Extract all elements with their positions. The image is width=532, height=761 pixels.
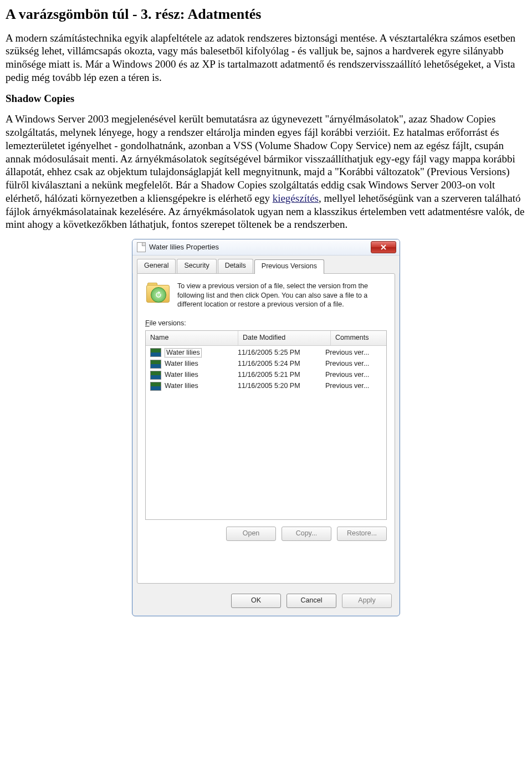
row-comment: Previous ver...: [321, 371, 386, 380]
list-row[interactable]: Water lilies 11/16/2005 5:24 PM Previous…: [146, 359, 386, 370]
restore-folder-icon: [145, 282, 171, 304]
tab-strip: General Security Details Previous Versio…: [132, 256, 400, 273]
apply-button[interactable]: Apply: [342, 594, 392, 608]
row-name: Water lilies: [165, 360, 198, 369]
list-rows: Water lilies 11/16/2005 5:25 PM Previous…: [146, 346, 386, 392]
link-kiegeszites[interactable]: kiegészítés: [273, 192, 319, 204]
action-buttons-row: Open Copy... Restore...: [145, 527, 387, 541]
close-icon: [381, 244, 386, 250]
close-button[interactable]: [371, 241, 396, 253]
row-comment: Previous ver...: [321, 360, 386, 369]
file-versions-list[interactable]: Name Date Modified Comments Water lilies…: [145, 330, 387, 520]
list-row[interactable]: Water lilies 11/16/2005 5:25 PM Previous…: [146, 347, 386, 359]
list-row[interactable]: Water lilies 11/16/2005 5:20 PM Previous…: [146, 381, 386, 392]
row-date: 11/16/2005 5:25 PM: [233, 349, 321, 357]
row-comment: Previous ver...: [321, 382, 386, 391]
dialog-titlebar: Water lilies Properties: [132, 239, 400, 256]
file-thumb-icon: [150, 360, 161, 369]
document-icon: [137, 242, 146, 252]
info-text: To view a previous version of a file, se…: [177, 282, 387, 310]
column-comments[interactable]: Comments: [331, 331, 386, 345]
file-thumb-icon: [150, 382, 161, 391]
dialog-footer: OK Cancel Apply: [132, 588, 400, 616]
copy-button[interactable]: Copy...: [282, 527, 331, 541]
ok-button[interactable]: OK: [231, 594, 281, 608]
tab-details[interactable]: Details: [218, 259, 253, 273]
article-intro: A modern számítástechnika egyik alapfelt…: [6, 32, 526, 84]
tab-security[interactable]: Security: [177, 259, 216, 273]
section-body: A Windows Server 2003 megjelenésével ker…: [6, 113, 526, 231]
row-name: Water lilies: [165, 348, 202, 358]
section-body-part1: A Windows Server 2003 megjelenésével ker…: [6, 113, 515, 204]
column-name[interactable]: Name: [146, 331, 238, 345]
row-date: 11/16/2005 5:20 PM: [233, 382, 321, 391]
dialog-title: Water lilies Properties: [149, 243, 219, 252]
tab-previous-versions[interactable]: Previous Versions: [254, 259, 324, 274]
file-thumb-icon: [150, 348, 161, 357]
file-versions-label: File versions:: [145, 319, 387, 328]
row-date: 11/16/2005 5:21 PM: [233, 371, 321, 380]
row-date: 11/16/2005 5:24 PM: [233, 360, 321, 369]
row-name: Water lilies: [165, 371, 198, 380]
open-button[interactable]: Open: [226, 527, 276, 541]
list-header: Name Date Modified Comments: [146, 331, 386, 346]
cancel-button[interactable]: Cancel: [287, 594, 336, 608]
previous-versions-dialog: Water lilies Properties General Security…: [132, 239, 400, 616]
restore-button[interactable]: Restore...: [337, 527, 387, 541]
file-thumb-icon: [150, 371, 161, 380]
column-date-modified[interactable]: Date Modified: [238, 331, 331, 345]
section-heading-shadow-copies: Shadow Copies: [6, 92, 526, 105]
tab-body: To view a previous version of a file, se…: [137, 273, 395, 584]
dialog-container: Water lilies Properties General Security…: [6, 239, 526, 616]
list-row[interactable]: Water lilies 11/16/2005 5:21 PM Previous…: [146, 370, 386, 381]
row-comment: Previous ver...: [321, 349, 386, 357]
article-title: A varázsgömbön túl - 3. rész: Adatmentés: [6, 6, 526, 24]
tab-general[interactable]: General: [137, 259, 176, 273]
restore-arrow-icon: [154, 290, 163, 299]
row-name: Water lilies: [165, 382, 198, 391]
